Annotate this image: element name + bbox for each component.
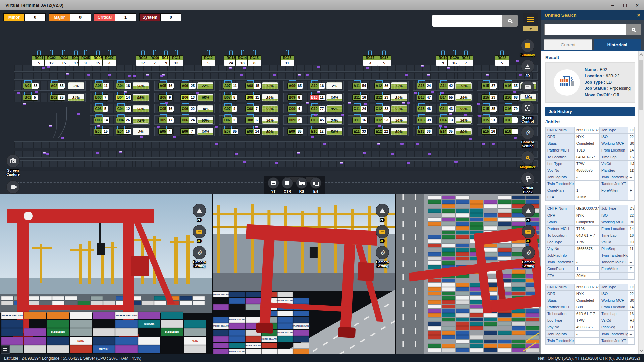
yard-block[interactable]: E1222 [375, 129, 389, 134]
yard-block[interactable]: B0225 [50, 95, 65, 100]
scroll-thumb[interactable] [639, 60, 643, 110]
rc-crane-label[interactable]: RC1611 [280, 50, 294, 66]
yard-block[interactable]: E1435 [439, 129, 454, 134]
tool-screen-capture[interactable]: Screen Capture [3, 154, 23, 176]
yard-block[interactable]: B078 [223, 95, 237, 100]
yard-block[interactable]: C0516 [159, 106, 174, 112]
yard-block[interactable]: C0622 [181, 106, 196, 112]
tool-screen-control[interactable]: Screen Control [517, 101, 538, 123]
tool-3d[interactable]: 3D [193, 225, 206, 243]
tool-button[interactable]: ⚙ [522, 246, 535, 259]
yard-block[interactable]: B015 [23, 95, 37, 100]
yard-block[interactable]: B098 [288, 95, 302, 100]
yard-block[interactable]: B1347 [417, 95, 432, 100]
yard-block[interactable]: D092 [288, 117, 302, 123]
yard-block[interactable]: A0311 [94, 83, 109, 89]
rc-crane-label[interactable]: RC185 [377, 50, 391, 66]
tool-button[interactable] [376, 204, 389, 217]
yard-block[interactable]: B0613 [181, 95, 196, 100]
yard-block[interactable]: D1413 [439, 117, 454, 123]
tab-historical[interactable]: Historical [594, 39, 641, 50]
yard-block[interactable]: E16 [504, 129, 518, 134]
map-search-input[interactable] [432, 15, 502, 27]
yard-block[interactable]: E054 [159, 129, 172, 134]
rc-crane-label[interactable]: RC1112 [169, 50, 183, 66]
rc-crane-label[interactable]: RC059 [78, 50, 93, 66]
tool-yt[interactable]: YT [268, 177, 279, 194]
tool-button[interactable] [521, 60, 534, 73]
rc-crane-label[interactable]: RC158 [247, 50, 261, 66]
yard-block[interactable]: C1233 [375, 106, 390, 112]
panel-search-button[interactable] [626, 24, 641, 35]
yard-block[interactable]: E0416 [116, 129, 131, 134]
rc-crane-label[interactable]: RC173 [363, 50, 377, 66]
tool-3d[interactable]: 3D [376, 225, 389, 243]
map-search-button[interactable] [502, 15, 518, 27]
tool-button[interactable] [376, 225, 389, 238]
tool-2d[interactable]: 2D [376, 204, 389, 222]
yard-block[interactable]: B0414 [116, 95, 131, 100]
camera-view-yard[interactable]: MAERSK SEALANDMAERSK SEALANDMAERSK SEALA… [212, 194, 395, 354]
yard-block[interactable]: C074 [223, 106, 237, 112]
yard-block[interactable]: C1679 [504, 106, 519, 112]
tool-button[interactable] [193, 225, 206, 238]
yard-block[interactable]: C1077 [310, 106, 325, 112]
yard-block[interactable]: A0285 [50, 83, 65, 89]
yard-block[interactable]: B1668 [504, 95, 519, 100]
yard-block[interactable]: D1045 [310, 117, 325, 123]
tool-virtual-block[interactable]: Virtual Block [517, 172, 538, 194]
yard-block[interactable]: B1455 [439, 95, 454, 100]
menu-button[interactable] [523, 13, 538, 31]
rc-crane-label[interactable]: RC0315 [57, 50, 71, 66]
yard-block[interactable]: C1124 [353, 106, 367, 112]
yard-block[interactable]: C1443 [439, 106, 454, 112]
yard-block[interactable]: B037 [94, 95, 108, 100]
tool-2d[interactable]: 2D [193, 204, 206, 222]
building-view-button[interactable] [1, 345, 10, 354]
terminal-map[interactable]: Minor0Major0Critical1System0 RC015RC0212… [0, 10, 541, 194]
rc-crane-label[interactable]: RC0212 [44, 50, 58, 66]
yard-block[interactable]: C0412 [116, 106, 131, 112]
scroll-up-icon[interactable] [639, 53, 643, 57]
tool-button[interactable] [310, 177, 321, 189]
yard-block[interactable]: E0985 [288, 129, 303, 134]
tool-button[interactable]: ⚙ [521, 126, 534, 139]
yard-block[interactable]: D16 [504, 117, 518, 123]
yard-block[interactable]: A1442 [439, 83, 454, 89]
yard-block[interactable]: C094 [288, 106, 302, 112]
yard-block[interactable]: E1336 [417, 129, 432, 134]
yard-block[interactable]: B1223 [375, 95, 390, 100]
tool-button[interactable]: ⚙ [376, 246, 389, 259]
rc-crane-label[interactable]: RC125 [201, 50, 215, 66]
yard-block[interactable]: A0815 [246, 83, 261, 89]
yard-block[interactable]: A0711 [223, 83, 238, 89]
yard-block[interactable]: A1324 [417, 83, 432, 89]
close-button[interactable]: × [636, 3, 639, 8]
rc-crane-label[interactable]: RC225 [495, 50, 509, 66]
yard-block[interactable]: D0314 [94, 117, 109, 123]
yard-block[interactable]: D072 [223, 117, 237, 123]
yard-block[interactable]: D1253 [375, 117, 390, 123]
yard-block[interactable]: B1011 [310, 95, 325, 100]
tool-camera-setting[interactable]: ⚙Camera Setting [189, 246, 210, 268]
yard-block[interactable]: A0133 [23, 83, 39, 89]
tool-button[interactable] [521, 80, 534, 94]
tool-button[interactable] [193, 204, 206, 217]
panel-close-icon[interactable]: × [637, 12, 640, 19]
tool-button[interactable] [6, 154, 20, 168]
yard-block[interactable]: D086 [246, 117, 259, 123]
rc-crane-label[interactable]: RC015 [32, 50, 46, 66]
rc-crane-label[interactable]: RC073 [102, 50, 116, 66]
yard-block[interactable]: E1133 [353, 129, 367, 134]
yard-block[interactable]: A0965 [288, 83, 303, 89]
tool-button[interactable] [521, 172, 534, 185]
tool-magnifier[interactable]: Magnifier [520, 151, 536, 169]
yard-block[interactable]: C035 [94, 106, 108, 112]
yard-block[interactable]: D0624 [181, 117, 196, 123]
tool-snapshot[interactable]: Snapshot [5, 180, 21, 194]
tool-button[interactable] [522, 225, 535, 238]
yard-block[interactable]: C1346 [417, 106, 432, 112]
yard-block[interactable]: E0785 [223, 129, 238, 134]
scroll-down-icon[interactable] [639, 348, 643, 352]
tool-3d[interactable]: 3D [522, 225, 535, 243]
